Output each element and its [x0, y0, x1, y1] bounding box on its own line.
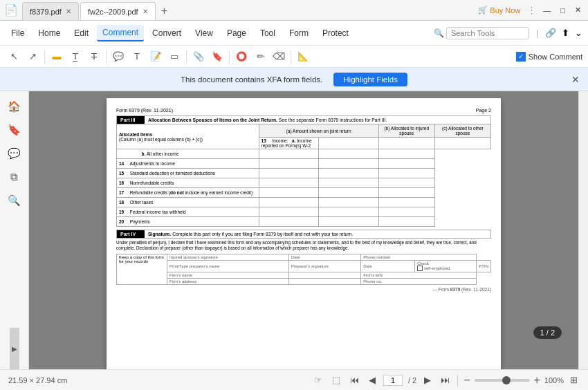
sidebar-bookmark-icon[interactable]: 🔖 [5, 120, 24, 140]
preparer-sig-field[interactable]: Preparer's signature [288, 261, 360, 272]
date-field-1[interactable]: Date [288, 254, 360, 261]
row-13b-col-b[interactable] [319, 149, 379, 159]
row-15-col-a[interactable] [259, 169, 319, 178]
menu-protect[interactable]: Protect [317, 26, 354, 41]
sidebar-search-icon[interactable]: 🔍 [5, 191, 24, 210]
row-16-col-b[interactable] [319, 178, 379, 188]
menu-home[interactable]: Home [33, 26, 66, 41]
firm-ein-field[interactable]: Firm's EIN [361, 272, 477, 279]
row-13a-col-c[interactable] [434, 138, 490, 149]
measure-tool[interactable]: 📐 [295, 48, 311, 65]
page-number-input[interactable] [383, 375, 403, 386]
menu-convert[interactable]: Convert [147, 26, 187, 41]
zoom-plus-button[interactable]: + [534, 374, 540, 387]
row-16-col-c[interactable] [378, 178, 434, 188]
row-14-col-b[interactable] [319, 159, 379, 169]
menu-tool[interactable]: Tool [255, 26, 281, 41]
banner-close-button[interactable]: ✕ [571, 74, 580, 85]
tab-close-2[interactable]: ✕ [143, 8, 148, 15]
row-20-col-b[interactable] [319, 217, 379, 227]
zoom-thumb[interactable] [502, 376, 511, 384]
arrow-tool[interactable]: ↗ [24, 48, 41, 65]
row-17-col-c[interactable] [378, 188, 434, 198]
chevron-down-icon[interactable]: ⌄ [575, 28, 582, 38]
sidebar-comment-icon[interactable]: 💬 [5, 144, 24, 163]
phone-field[interactable]: Phone number [361, 254, 477, 261]
row-18-col-b[interactable] [319, 198, 379, 207]
injured-sig-field[interactable]: Injured spouse's signature [167, 254, 289, 261]
row-16-col-a[interactable] [259, 178, 319, 188]
row-18-col-c[interactable] [378, 198, 434, 207]
phone-no-field[interactable]: Phone no. [361, 279, 477, 285]
menu-form[interactable]: Form [284, 26, 314, 41]
menu-comment[interactable]: Comment [97, 25, 144, 41]
firm-name-field[interactable]: Firm's name [167, 272, 289, 279]
menu-view[interactable]: View [190, 26, 219, 41]
stamp-tool[interactable]: 🔖 [209, 48, 226, 65]
tab-close-1[interactable]: ✕ [66, 8, 71, 15]
external-link-icon[interactable]: 🔗 [545, 28, 556, 38]
buy-now-button[interactable]: 🛒 Buy Now [475, 6, 523, 15]
preparer-name-field[interactable]: Print/Type preparer's name [167, 261, 289, 272]
menu-edit[interactable]: Edit [68, 26, 94, 41]
draw-tool[interactable]: ✏ [252, 48, 268, 65]
nav-cursor-icon[interactable]: ☞ [312, 375, 324, 385]
sidebar-toggle[interactable]: ▶ [10, 328, 19, 369]
maximize-button[interactable]: □ [558, 6, 568, 15]
nav-first-button[interactable]: ⏮ [348, 375, 361, 385]
strikethrough-tool[interactable]: T̶ [86, 48, 102, 65]
ptin-field[interactable]: PTIN [477, 261, 491, 272]
menu-file[interactable]: File [6, 26, 30, 41]
row-19-col-a[interactable] [259, 207, 319, 217]
row-15-col-c[interactable] [378, 169, 434, 178]
row-13b-col-c[interactable] [378, 149, 434, 159]
pdf-area[interactable]: Form 8379 (Rev. 11-2021) Page 2 Part III… [29, 91, 578, 369]
row-19-col-b[interactable] [319, 207, 379, 217]
highlight-tool[interactable]: ▬ [48, 48, 65, 65]
row-14-col-a[interactable] [259, 159, 319, 169]
minimize-button[interactable]: — [540, 6, 553, 15]
right-sidebar[interactable] [578, 91, 588, 369]
row-14-col-c[interactable] [378, 159, 434, 169]
eraser-tool[interactable]: ⌫ [270, 48, 287, 65]
row-13a-col-a[interactable] [319, 138, 379, 149]
menu-page[interactable]: Page [221, 26, 252, 41]
highlight-fields-button[interactable]: Highlight Fields [333, 73, 407, 86]
nav-last-button[interactable]: ⏭ [439, 375, 452, 385]
firm-address-field[interactable]: Firm's address [167, 279, 289, 285]
callout-tool[interactable]: 📝 [147, 48, 164, 65]
nav-prev-button[interactable]: ◀ [367, 375, 378, 385]
underline-tool[interactable]: T̲ [67, 48, 84, 65]
check-self-employed-field[interactable]: Check self-employed [414, 261, 476, 272]
shape-tool[interactable]: ⭕ [233, 48, 250, 65]
row-13a-col-b[interactable] [378, 138, 434, 149]
zoom-minus-button[interactable]: − [463, 374, 470, 387]
tab-f8379[interactable]: f8379.pdf ✕ [22, 2, 79, 20]
row-20-col-a[interactable] [259, 217, 319, 227]
fit-page-button[interactable]: ⊞ [568, 375, 580, 385]
sidebar-home-icon[interactable]: 🏠 [5, 97, 24, 116]
show-comment-checkbox[interactable]: ✓ [516, 52, 526, 62]
expand-icon[interactable]: ⬆ [562, 28, 569, 38]
nav-select-icon[interactable]: ⬚ [330, 375, 342, 385]
date-field-2[interactable]: Date [361, 261, 415, 272]
close-button[interactable]: ✕ [572, 6, 584, 15]
row-18-col-a[interactable] [259, 198, 319, 207]
row-13b-col-a[interactable] [259, 149, 319, 159]
attachment-tool[interactable]: 📎 [190, 48, 207, 65]
row-20-col-c[interactable] [378, 217, 434, 227]
search-input[interactable] [446, 27, 529, 39]
nav-next-button[interactable]: ▶ [422, 375, 433, 385]
text-tool[interactable]: T [129, 48, 145, 65]
menu-dots[interactable]: ⋮ [527, 5, 536, 15]
zoom-slider[interactable] [475, 379, 530, 382]
box-tool[interactable]: ▭ [166, 48, 183, 65]
sidebar-layers-icon[interactable]: ⧉ [5, 167, 24, 187]
add-tab-button[interactable]: + [157, 2, 172, 20]
tab-fw2c[interactable]: fw2c--2009.pdf ✕ [80, 2, 156, 20]
row-19-col-c[interactable] [378, 207, 434, 217]
note-tool[interactable]: 💬 [110, 48, 127, 65]
row-17-col-a[interactable] [259, 188, 319, 198]
row-15-col-b[interactable] [319, 169, 379, 178]
row-17-col-b[interactable] [319, 188, 379, 198]
